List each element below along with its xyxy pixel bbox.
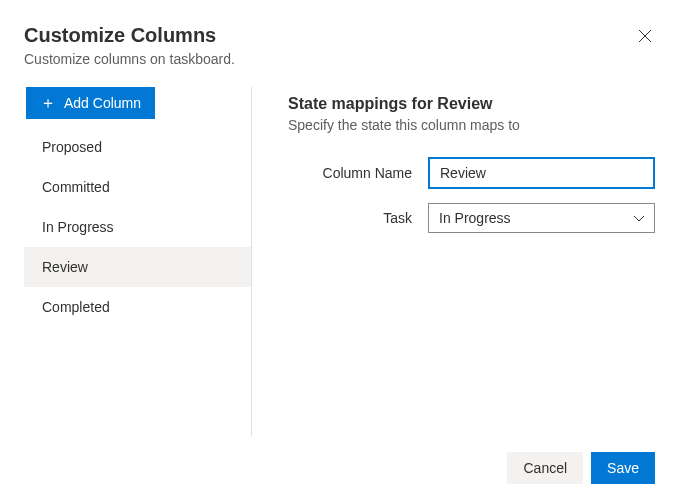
save-button[interactable]: Save — [591, 452, 655, 484]
dialog-title: Customize Columns — [24, 24, 655, 47]
column-name-row: Column Name — [288, 157, 655, 189]
task-row: Task — [288, 203, 655, 233]
task-select-wrap — [428, 203, 655, 233]
sidebar-item-proposed[interactable]: Proposed — [24, 127, 251, 167]
sidebar-item-label: Completed — [42, 299, 110, 315]
column-name-label: Column Name — [288, 165, 428, 181]
main-panel: State mappings for Review Specify the st… — [252, 87, 655, 436]
sidebar-item-completed[interactable]: Completed — [24, 287, 251, 327]
columns-list: Proposed Committed In Progress Review Co… — [24, 127, 251, 327]
section-description: Specify the state this column maps to — [288, 117, 655, 133]
cancel-button[interactable]: Cancel — [507, 452, 583, 484]
add-column-button[interactable]: ＋ Add Column — [26, 87, 155, 119]
section-title: State mappings for Review — [288, 95, 655, 113]
task-label: Task — [288, 210, 428, 226]
sidebar-item-label: Committed — [42, 179, 110, 195]
column-name-input[interactable] — [428, 157, 655, 189]
sidebar-item-in-progress[interactable]: In Progress — [24, 207, 251, 247]
sidebar-item-label: Review — [42, 259, 88, 275]
sidebar-item-committed[interactable]: Committed — [24, 167, 251, 207]
save-label: Save — [607, 460, 639, 476]
dialog-header: Customize Columns Customize columns on t… — [24, 24, 655, 67]
plus-icon: ＋ — [40, 95, 56, 111]
dialog-body: ＋ Add Column Proposed Committed In Progr… — [24, 87, 655, 436]
close-button[interactable] — [635, 26, 655, 46]
task-select[interactable] — [428, 203, 655, 233]
dialog-footer: Cancel Save — [24, 436, 655, 504]
add-column-label: Add Column — [64, 95, 141, 111]
dialog-subtitle: Customize columns on taskboard. — [24, 51, 655, 67]
sidebar-item-label: Proposed — [42, 139, 102, 155]
close-icon — [638, 29, 652, 43]
sidebar-item-review[interactable]: Review — [24, 247, 251, 287]
customize-columns-dialog: Customize Columns Customize columns on t… — [0, 0, 679, 504]
columns-sidebar: ＋ Add Column Proposed Committed In Progr… — [24, 87, 252, 436]
cancel-label: Cancel — [523, 460, 567, 476]
sidebar-item-label: In Progress — [42, 219, 114, 235]
